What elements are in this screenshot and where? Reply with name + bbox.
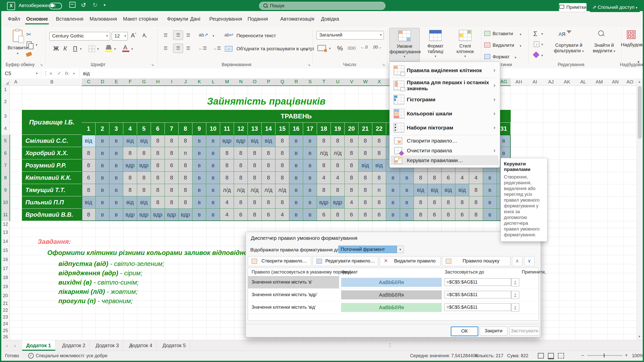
row-header-14[interactable]: 14 — [1, 237, 10, 246]
data-cell[interactable]: від — [428, 184, 441, 196]
row-header-15[interactable]: 15 — [1, 246, 10, 255]
data-cell[interactable]: 8 — [358, 135, 372, 147]
tab-Формули[interactable]: Формули — [166, 15, 189, 23]
data-cell[interactable]: в — [303, 184, 317, 196]
range-picker-icon[interactable]: ↑ — [511, 278, 519, 286]
data-cell[interactable]: 8 — [345, 159, 358, 172]
conditional-formatting-button[interactable]: Умовне форматування▾ — [389, 28, 420, 62]
rule-applies-range[interactable]: =$C$5:$AG$11 — [444, 303, 511, 311]
data-cell[interactable]: л/д — [275, 184, 289, 196]
data-cell[interactable]: 4 — [220, 209, 234, 221]
menu-item-color-scales[interactable]: Кольорові шкали› — [391, 107, 498, 121]
data-cell[interactable]: 8 — [358, 184, 372, 196]
day-header-19[interactable]: 19 — [331, 122, 345, 135]
row-header-7[interactable]: 7 — [1, 159, 10, 172]
day-header-7[interactable]: 7 — [165, 122, 179, 135]
data-cell[interactable]: 8 — [179, 184, 192, 196]
cancel-icon[interactable]: × — [49, 69, 52, 77]
data-cell[interactable]: в — [483, 184, 497, 196]
data-cell[interactable]: 8 — [414, 196, 428, 209]
data-cell[interactable]: п — [179, 147, 192, 159]
row-header-25[interactable]: 25 — [1, 327, 10, 334]
data-cell[interactable]: в — [206, 147, 220, 159]
data-cell[interactable]: 8 — [345, 172, 358, 184]
data-cell[interactable]: в — [303, 159, 317, 172]
data-cell[interactable]: 8 — [469, 209, 483, 221]
sheet-nav-right-icon[interactable]: › — [14, 343, 16, 349]
day-header-5[interactable]: 5 — [137, 122, 151, 135]
data-cell[interactable]: в — [96, 184, 109, 196]
column-header-W[interactable]: W — [358, 78, 373, 86]
copy-icon[interactable] — [27, 41, 32, 48]
data-cell[interactable]: 8 — [248, 196, 262, 209]
column-header-U[interactable]: U — [331, 78, 345, 86]
undo-icon[interactable]: ↺ — [81, 2, 86, 9]
close-button-dialog[interactable]: Закрити — [480, 327, 507, 336]
data-cell[interactable]: в — [289, 135, 303, 147]
column-header-F[interactable]: F — [123, 78, 137, 86]
data-cell[interactable]: 8 — [275, 172, 289, 184]
quick-access-chevron-icon[interactable]: ▾ — [104, 3, 106, 7]
data-cell[interactable]: в — [303, 209, 317, 221]
data-cell[interactable]: 4 — [317, 172, 331, 184]
column-header-AL[interactable]: AL — [575, 78, 591, 86]
day-header-2[interactable]: 2 — [96, 122, 109, 135]
data-cell[interactable]: в — [192, 172, 206, 184]
sheet-tab-Додаток 5[interactable]: Додаток 5 — [158, 340, 190, 351]
data-cell[interactable]: від — [248, 135, 262, 147]
clear-icon[interactable] — [533, 52, 539, 58]
bold-button[interactable]: Ж — [53, 45, 59, 52]
data-cell[interactable]: 8 — [469, 184, 483, 196]
scroll-up-icon[interactable]: ▴ — [638, 79, 640, 83]
data-cell[interactable]: в — [206, 209, 220, 221]
status-count[interactable]: Кількість: 217 — [475, 353, 503, 358]
tab-Автоматизація[interactable]: Автоматизація — [279, 15, 315, 23]
column-header-AJ[interactable]: AJ — [543, 78, 559, 86]
column-header-X[interactable]: X — [372, 78, 386, 86]
data-cell[interactable]: 8 — [137, 184, 151, 196]
data-cell[interactable]: 4 — [469, 172, 483, 184]
data-cell[interactable]: 8 — [220, 172, 234, 184]
column-header-AI[interactable]: AI — [527, 78, 543, 86]
data-cell[interactable]: від — [82, 196, 96, 209]
move-rule-down-button[interactable]: ∨ — [524, 256, 535, 266]
data-cell[interactable]: 8 — [345, 147, 358, 159]
range-picker-icon[interactable]: ↑ — [511, 291, 519, 299]
data-cell[interactable]: 8 — [82, 184, 96, 196]
column-header-J[interactable]: J — [179, 78, 193, 86]
column-header-I[interactable]: I — [165, 78, 179, 86]
align-right-icon[interactable]: ☰ — [186, 46, 190, 51]
data-cell[interactable]: 8 — [262, 159, 275, 172]
data-cell[interactable]: 8 — [179, 172, 192, 184]
number-dialog-launcher-icon[interactable]: ↘ — [382, 62, 385, 67]
italic-button[interactable]: К — [63, 45, 67, 52]
data-cell[interactable]: 8 — [372, 135, 386, 147]
decrease-decimal-icon[interactable]: .00→ — [372, 45, 382, 50]
wrap-text-button[interactable]: Переносити текст — [236, 33, 276, 38]
column-header-K[interactable]: K — [192, 78, 207, 86]
zoom-slider-thumb[interactable] — [604, 353, 605, 357]
align-middle-icon[interactable]: ☰ — [173, 30, 183, 40]
day-header-22[interactable]: 22 — [372, 122, 386, 135]
zoom-in-icon[interactable]: + — [625, 352, 628, 358]
move-rule-up-button[interactable]: ∧ — [512, 256, 522, 266]
tab-Довідка[interactable]: Довідка — [320, 15, 340, 23]
data-cell[interactable]: 8 — [262, 172, 275, 184]
data-cell[interactable]: в — [192, 209, 206, 221]
data-cell[interactable]: в — [386, 172, 400, 184]
column-header-P[interactable]: P — [262, 78, 276, 86]
sheet-tab-Додаток 1[interactable]: Додаток 1 — [22, 340, 55, 351]
formula-input[interactable]: від — [83, 69, 90, 77]
accessibility-status[interactable]: Спеціальні можливості: усе добре — [36, 353, 107, 358]
data-cell[interactable]: 8 — [428, 196, 441, 209]
underline-button[interactable]: П — [73, 45, 77, 52]
row-header-3[interactable]: 3 — [1, 110, 10, 123]
paste-button[interactable]: Вставити ▾ — [8, 28, 28, 61]
data-cell[interactable]: від — [414, 184, 428, 196]
employee-name[interactable]: Тямущий Т.Т. — [22, 184, 82, 196]
data-cell[interactable]: вдр — [123, 159, 137, 172]
borders-chevron-icon[interactable]: ▾ — [97, 47, 99, 51]
data-cell[interactable]: л/д — [220, 184, 234, 196]
data-cell[interactable]: 6 — [262, 209, 275, 221]
data-cell[interactable]: в — [109, 147, 123, 159]
